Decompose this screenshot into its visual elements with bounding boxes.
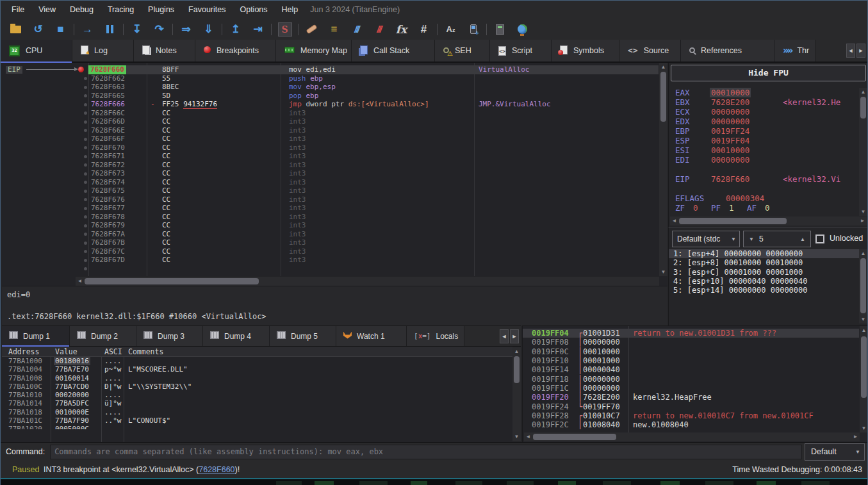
hash-icon[interactable]: # bbox=[413, 21, 435, 38]
argument-row[interactable]: 1: [esp+4] 00000000 00000000 bbox=[669, 249, 859, 258]
calling-convention-dropdown[interactable]: Default (stdc ▼ bbox=[672, 231, 740, 247]
scroll-thumb[interactable] bbox=[860, 97, 866, 119]
scroll-left-icon[interactable]: ◄ bbox=[76, 277, 84, 285]
row-dot-icon[interactable] bbox=[84, 120, 87, 124]
scroll-right-icon[interactable]: ► bbox=[858, 217, 867, 225]
tab-seh[interactable]: ⚠SEH bbox=[435, 40, 490, 62]
stack-row[interactable]: 0019FF08│00000000 bbox=[523, 338, 859, 347]
tab-scroll-left-icon[interactable]: ◄ bbox=[846, 44, 855, 58]
row-dot-icon[interactable] bbox=[84, 242, 87, 245]
register-row[interactable]: EBP0019FF24 bbox=[669, 126, 859, 136]
tab-scroll-right-icon[interactable]: ► bbox=[510, 329, 519, 343]
row-dot-icon[interactable] bbox=[84, 138, 87, 141]
run-to-user-code-icon[interactable]: ⇥ bbox=[247, 21, 269, 38]
disassembly-row[interactable]: 7628F677CCint3 bbox=[2, 204, 659, 213]
scroll-left-icon[interactable]: ◄ bbox=[524, 432, 532, 441]
tab-call-stack[interactable]: Call Stack bbox=[352, 40, 435, 62]
breakpoint-dot-icon[interactable] bbox=[78, 67, 84, 72]
argument-count-spinner[interactable]: ▼ 5 ▲ bbox=[743, 231, 811, 247]
stack-row[interactable]: 0019FF18│00000000 bbox=[523, 375, 859, 384]
dump-row[interactable]: 77BA10200005000C bbox=[2, 425, 512, 429]
scroll-up-icon[interactable]: ▲ bbox=[512, 347, 521, 356]
trace-into-icon[interactable]: ⇓ bbox=[197, 21, 220, 38]
stack-row[interactable]: 0019FF04┌01001D31return to new.01001D31 … bbox=[523, 329, 859, 338]
disasm-vertical-scrollbar[interactable]: ▲ ▼ bbox=[659, 63, 667, 276]
menu-item-options[interactable]: Options bbox=[233, 1, 274, 19]
step-into-icon[interactable]: ↧ bbox=[126, 21, 148, 38]
registers-horizontal-scrollbar[interactable]: ◄ ► bbox=[670, 217, 867, 226]
row-dot-icon[interactable] bbox=[84, 259, 87, 262]
stack-row[interactable]: 0019FF2C│01008040new.01008040 bbox=[523, 420, 859, 429]
disassembly-row[interactable]: 7628F67ACCint3 bbox=[2, 230, 659, 239]
scroll-up-icon[interactable]: ▲ bbox=[859, 88, 867, 96]
tab-references[interactable]: References bbox=[681, 40, 774, 62]
disassembly-row[interactable]: 7628F6655Dpop ebp bbox=[2, 92, 659, 101]
disassembly-row[interactable]: 7628F679CCint3 bbox=[2, 221, 659, 230]
register-row[interactable]: ESP0019FF04 bbox=[669, 136, 859, 145]
disassembly-row[interactable]: 7628F678CCint3 bbox=[2, 213, 659, 222]
scroll-thumb[interactable] bbox=[860, 258, 866, 313]
disassembly-row[interactable]: 7628F66CCCint3 bbox=[2, 109, 659, 118]
scroll-thumb[interactable] bbox=[660, 72, 666, 122]
scroll-thumb[interactable] bbox=[85, 278, 259, 284]
step-over-icon[interactable]: ↷ bbox=[148, 21, 170, 38]
functions-icon[interactable]: fx bbox=[390, 21, 413, 38]
tab-notes[interactable]: Notes bbox=[134, 40, 195, 62]
breakpoint-address-link[interactable]: 7628F660 bbox=[199, 465, 234, 474]
stack-pane[interactable]: 0019FF04┌01001D31return to new.01001D31 … bbox=[522, 325, 868, 442]
disassembly-row[interactable]: 7628F66ECCint3 bbox=[2, 126, 659, 135]
row-dot-icon[interactable] bbox=[84, 172, 87, 176]
disassembly-row[interactable]: 7628F67DCCint3 bbox=[2, 256, 659, 265]
stack-row[interactable]: 0019FF20│7628E200kernel32.HeapFree bbox=[523, 393, 859, 402]
menu-item-favourites[interactable]: Favourites bbox=[181, 1, 233, 19]
scroll-left-icon[interactable]: ◄ bbox=[670, 217, 678, 225]
hide-fpu-button[interactable]: Hide FPU bbox=[671, 65, 866, 81]
stack-row[interactable]: 0019FF0C│00010000 bbox=[523, 347, 859, 356]
stack-row[interactable]: 0019FF14│00000040 bbox=[523, 365, 859, 374]
disassembly-row[interactable]: 7628F674CCint3 bbox=[2, 178, 659, 187]
stack-row[interactable]: 0019FF28┌010010C7return to new.010010C7 … bbox=[523, 411, 859, 420]
row-dot-icon[interactable] bbox=[84, 190, 87, 193]
row-dot-icon[interactable] bbox=[84, 250, 87, 253]
register-row[interactable]: EIP7628F660<kernel32.Vi bbox=[669, 174, 859, 184]
scroll-right-icon[interactable]: ► bbox=[851, 432, 860, 441]
row-dot-icon[interactable] bbox=[84, 111, 87, 115]
calculator-icon[interactable] bbox=[489, 21, 511, 38]
dump-row[interactable]: 77BA100C77BA7CD0Ð|°wL"\\SYSTEM32\\" bbox=[2, 382, 512, 391]
scroll-down-icon[interactable]: ▼ bbox=[512, 432, 521, 441]
strings-icon[interactable]: Az bbox=[439, 21, 462, 38]
row-dot-icon[interactable] bbox=[84, 103, 87, 106]
unlocked-checkbox[interactable] bbox=[815, 234, 824, 243]
labels-icon[interactable]: /// bbox=[345, 21, 368, 38]
row-dot-icon[interactable] bbox=[84, 146, 87, 149]
tab-dump-3[interactable]: Dump 3 bbox=[136, 326, 203, 346]
tab-symbols[interactable]: Symbols bbox=[552, 40, 619, 62]
scroll-down-icon[interactable]: ▼ bbox=[859, 208, 867, 216]
row-dot-icon[interactable] bbox=[84, 94, 87, 97]
disassembly-row[interactable]: 7628F6608BFFmov edi,ediVirtualAlloc bbox=[2, 65, 659, 74]
arguments-vertical-scrollbar[interactable]: ▲ ▼ bbox=[859, 249, 867, 324]
disassembly-pane[interactable]: EIP 7628F6608BFFmov edi,ediVirtualAlloc7… bbox=[2, 63, 667, 286]
tab-watch-1[interactable]: Watch 1 bbox=[336, 326, 407, 346]
disassembly-row[interactable]: 7628F673CCint3 bbox=[2, 169, 659, 178]
disassembly-row[interactable]: 7628F671CCint3 bbox=[2, 152, 659, 161]
row-dot-icon[interactable] bbox=[84, 86, 87, 89]
source-mode-icon[interactable]: S bbox=[274, 21, 296, 38]
tab-memory-map[interactable]: Memory Map bbox=[276, 40, 352, 62]
stack-row[interactable]: 0019FF1C│00000000 bbox=[523, 384, 859, 393]
column-header[interactable]: Comments bbox=[128, 347, 163, 357]
tab-dump-4[interactable]: Dump 4 bbox=[203, 326, 270, 346]
disassembly-row[interactable]: 7628F672CCint3 bbox=[2, 161, 659, 170]
scroll-thumb[interactable] bbox=[514, 356, 520, 383]
tab-source[interactable]: <>Source bbox=[619, 40, 681, 62]
row-dot-icon[interactable] bbox=[84, 233, 87, 236]
argument-row[interactable]: 5: [esp+14] 00000000 00000000 bbox=[669, 286, 859, 295]
tab-dump-5[interactable]: Dump 5 bbox=[270, 326, 336, 346]
tab-locals[interactable]: [x=]Locals bbox=[407, 326, 464, 346]
tab-cpu[interactable]: 32CPU bbox=[1, 40, 72, 62]
registers-vertical-scrollbar[interactable]: ▲ ▼ bbox=[859, 88, 867, 216]
tab-script[interactable]: <>Script bbox=[490, 40, 552, 62]
internet-icon[interactable] bbox=[511, 21, 534, 38]
dump-vertical-scrollbar[interactable]: ▲ ▼ bbox=[512, 347, 521, 441]
dump-row[interactable]: 77BA100800160014.... bbox=[2, 374, 512, 382]
